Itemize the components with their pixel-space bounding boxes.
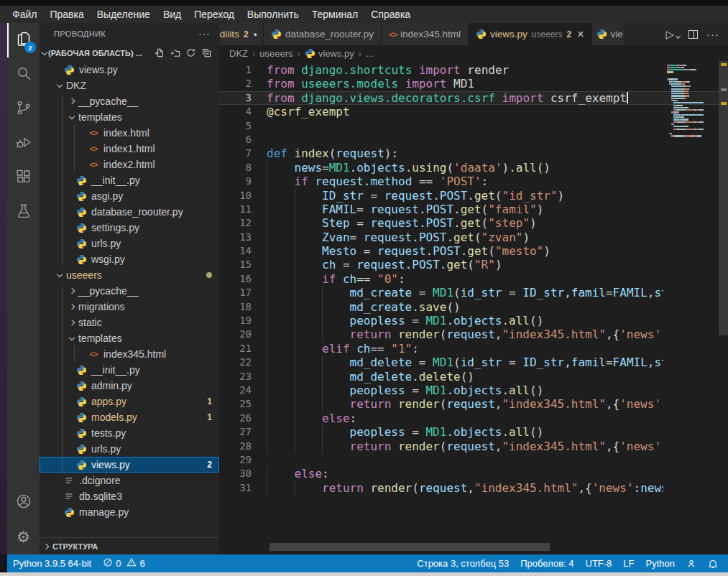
feedback-button[interactable] [681,554,702,572]
code-line-22[interactable]: 22md_delete = MD1(id_str = ID_str,famil=… [219,356,719,369]
menu-item-Выполнить[interactable]: Выполнить [241,6,305,23]
split-editor-button[interactable] [688,30,698,39]
breadcrumb-item-useeers[interactable]: useeers [259,48,292,59]
code-line-6[interactable]: 6 [219,133,719,147]
line-number[interactable]: 15 [219,258,267,271]
code-editor[interactable]: 1from django.shortcuts import render2fro… [219,61,728,554]
more-actions-button[interactable]: ··· [706,28,719,40]
menu-item-Выделение[interactable]: Выделение [91,6,157,23]
menu-item-Справка[interactable]: Справка [364,6,417,23]
notifications-bell-button[interactable] [702,554,724,572]
line-number[interactable]: 26 [219,412,267,425]
activity-explorer[interactable]: 2 [7,23,40,57]
tree-item-views.py[interactable]: views.py2 [40,457,219,473]
code-line-27[interactable]: 27peopless = MD1.objects.all() [219,425,719,439]
tree-item-database_roouter.py[interactable]: database_roouter.py [40,204,219,220]
code-line-25[interactable]: 25return render(request,"index345.html",… [219,397,719,411]
language-mode-status[interactable]: Python [640,554,681,572]
problems-status[interactable]: 0 6 [97,554,150,572]
menu-item-Правка[interactable]: Правка [43,6,90,23]
close-icon[interactable]: × [577,29,584,40]
new-folder-button[interactable] [170,47,180,60]
code-line-28[interactable]: 28return render(request,"index345.html",… [219,440,719,453]
code-line-21[interactable]: 21elif ch== "1": [219,342,719,356]
tree-item-templates[interactable]: templates [40,330,219,346]
code-line-11[interactable]: 11FAMIL= request.POST.get("famil") [219,203,719,216]
code-line-7[interactable]: 7def index(request): [219,147,719,160]
line-number[interactable]: 25 [219,397,267,411]
line-number[interactable]: 16 [219,272,267,286]
minimap[interactable] [667,64,719,137]
tab-index345.html[interactable]: <>index345.html [382,23,469,45]
tree-item-urls.py[interactable]: urls.py [40,236,219,251]
tree-item-settings.py[interactable]: settings.py [40,220,219,236]
tree-item-wsgi.py[interactable]: wsgi.py [40,251,219,267]
code-line-5[interactable]: 5 [219,119,719,133]
code-line-26[interactable]: 26else: [219,412,719,425]
activity-run-debug[interactable] [7,126,40,161]
indentation-status[interactable]: Пробелов: 4 [515,554,579,572]
line-number[interactable]: 21 [219,342,267,356]
code-line-14[interactable]: 14Mesto = request.POST.get("mesto") [219,244,719,258]
new-file-button[interactable] [154,47,165,60]
code-line-19[interactable]: 19peopless = MD1.objects.all() [219,314,719,328]
tree-item-views.py[interactable]: views.py [40,62,219,78]
code-line-30[interactable]: 30else: [219,467,719,480]
line-number[interactable]: 5 [219,119,267,133]
line-number[interactable]: 2 [219,77,267,90]
menu-item-Переход[interactable]: Переход [188,6,241,23]
line-number[interactable]: 31 [219,481,267,495]
tree-item-.dcignore[interactable]: .dcignore [40,473,219,488]
activity-settings[interactable]: ⚙ [7,520,40,554]
code-line-10[interactable]: 10ID_str = request.POST.get("id_str") [219,189,719,203]
tree-item-static[interactable]: static [40,315,219,330]
run-button[interactable]: ▷ [665,28,680,41]
tab-database_roouter.py[interactable]: database_roouter.py [264,23,382,45]
activity-extensions[interactable] [7,161,40,195]
tree-item-asgi.py[interactable]: asgi.py [40,188,219,204]
tree-item-__pycache__[interactable]: __pycache__ [40,283,219,299]
code-line-12[interactable]: 12Step = request.POST.get("step") [219,216,719,230]
activity-search[interactable] [7,57,40,92]
line-number[interactable]: 4 [219,105,267,119]
code-line-2[interactable]: 2from useeers.models import MD1 [219,77,719,90]
tree-item-index345.html[interactable]: <>index345.html [40,346,219,362]
tree-item-__init__.py[interactable]: __init__.py [40,172,219,188]
explorer-more-button[interactable]: ··· [198,28,211,40]
breadcrumb-item-...[interactable]: ... [366,48,374,59]
code-line-29[interactable]: 29 [219,453,719,467]
code-line-8[interactable]: 8news=MD1.objects.using('daata').all() [219,161,719,175]
tree-item-index2.html[interactable]: <>index2.html [40,157,219,172]
code-line-3[interactable]: 3from django.views.decorators.csrf impor… [219,91,719,105]
code-line-15[interactable]: 15ch = request.POST.get("R") [219,258,719,271]
tab-vie[interactable]: vie [592,23,625,45]
line-number[interactable]: 13 [219,231,267,244]
code-line-18[interactable]: 18md_create.save() [219,300,719,314]
tree-item-apps.py[interactable]: apps.py1 [40,394,219,409]
tree-item-useeers[interactable]: useeers [40,267,219,283]
line-number[interactable]: 17 [219,286,267,299]
line-number[interactable]: 24 [219,384,267,397]
code-line-24[interactable]: 24peopless = MD1.objects.all() [219,384,719,397]
line-number[interactable]: 11 [219,203,267,216]
line-number[interactable]: 7 [219,147,267,160]
horizontal-scrollbar[interactable] [269,543,550,551]
breadcrumb-item-DKZ[interactable]: DKZ [229,48,248,59]
code-line-16[interactable]: 16if ch== "0": [219,272,719,286]
code-line-4[interactable]: 4@csrf_exempt [219,105,719,119]
activity-testing[interactable] [7,195,40,230]
line-number[interactable]: 19 [219,314,267,328]
collapse-all-button[interactable] [201,47,212,60]
menu-item-Терминал[interactable]: Терминал [305,6,364,23]
code-line-1[interactable]: 1from django.shortcuts import render [219,63,719,77]
line-number[interactable]: 30 [219,467,267,480]
tree-item-migrations[interactable]: migrations [40,299,219,315]
tree-item-index.html[interactable]: <>index.html [40,125,219,141]
line-number[interactable]: 20 [219,328,267,341]
code-line-31[interactable]: 31return render(request,"index345.html",… [219,481,719,495]
line-number[interactable]: 28 [219,440,267,453]
menu-item-Файл[interactable]: Файл [6,6,43,23]
cursor-position-status[interactable]: Строка 3, столбец 53 [411,554,515,572]
line-number[interactable]: 1 [219,63,267,77]
tree-item-__pycache__[interactable]: __pycache__ [40,93,219,109]
